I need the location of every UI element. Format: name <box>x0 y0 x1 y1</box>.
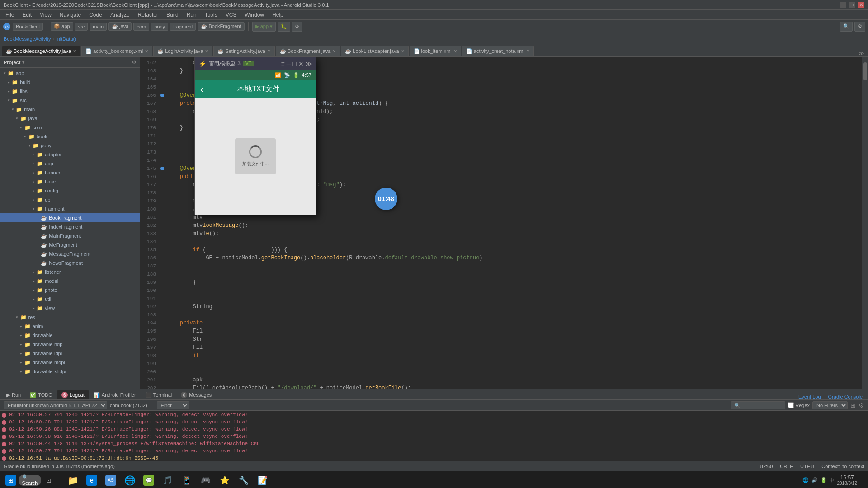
taskbar-wechat[interactable]: 💬 <box>140 472 158 488</box>
toolbar-bookclient[interactable]: BookClient <box>13 23 43 31</box>
taskbar-app-extra2[interactable]: 🎮 <box>197 472 215 488</box>
bottom-tab-todo[interactable]: ✅ TODO <box>25 390 57 399</box>
line-separator[interactable]: CRLF <box>780 464 793 469</box>
bottom-tab-messages[interactable]: 0 Messages <box>176 390 216 399</box>
emulator-more-button[interactable]: ≫ <box>306 60 312 67</box>
menu-run[interactable]: Run <box>183 11 200 19</box>
sidebar-item-build[interactable]: ▸📁build <box>0 78 140 87</box>
sidebar-item-java[interactable]: ▾📁java <box>0 114 140 123</box>
sidebar-item-fragment[interactable]: ▾📁fragment <box>0 204 140 213</box>
taskbar-search[interactable]: 🔍 Search <box>21 472 39 488</box>
device-selector[interactable]: Emulator unknown Android 5.1.1, API 22 <box>4 401 107 409</box>
sidebar-item-drawable-xhdpi[interactable]: ▸📁drawable-xhdpi <box>0 367 140 376</box>
toolbar-tag-fragment[interactable]: fragment <box>170 23 196 31</box>
menu-navigate[interactable]: Navigate <box>56 11 85 19</box>
tab-activitybooksmsg-close[interactable]: ✕ <box>145 49 148 54</box>
sidebar-item-app[interactable]: ▾📁app <box>0 69 140 78</box>
cursor-position[interactable]: 182:60 <box>758 464 773 469</box>
tab-looklistadapter-close[interactable]: ✕ <box>401 49 405 54</box>
filter-selector[interactable]: No Filters <box>812 401 848 409</box>
menu-edit[interactable]: Edit <box>19 11 35 19</box>
sidebar-item-main[interactable]: ▾📁main <box>0 105 140 114</box>
sidebar-item-base[interactable]: ▸📁base <box>0 177 140 186</box>
sidebar-item-photo[interactable]: ▸📁photo <box>0 286 140 295</box>
bottom-tab-logcat[interactable]: 6 Logcat <box>57 390 89 399</box>
scroll-thumb[interactable] <box>863 62 867 80</box>
tab-lookitem-close[interactable]: ✕ <box>453 49 457 54</box>
tab-bookmessage[interactable]: ☕ BookMessageActivity.java ✕ <box>2 46 80 56</box>
close-button[interactable]: ✕ <box>858 2 864 8</box>
emu-back-arrow[interactable]: ‹ <box>200 84 203 94</box>
bottom-tab-run[interactable]: ▶ Run <box>2 390 25 399</box>
menu-code[interactable]: Code <box>85 11 106 19</box>
menu-file[interactable]: File <box>2 11 18 19</box>
bottom-tab-terminal[interactable]: ⬛ Terminal <box>141 390 177 399</box>
search-everywhere-button[interactable]: 🔍 <box>840 22 853 32</box>
run-button[interactable]: ▶ app ▾ <box>252 22 276 32</box>
sidebar-item-app[interactable]: ▸📁app <box>0 159 140 168</box>
emulator-titlebar[interactable]: ⚡ 雷电模拟器 3 VT ≡ ─ □ ✕ ≫ <box>195 57 316 70</box>
menu-help[interactable]: Help <box>269 11 287 19</box>
sidebar-item-mainfragment[interactable]: ☕MainFragment <box>0 231 140 240</box>
tab-activitycreatnote[interactable]: 📄 activity_creat_note.xml ✕ <box>462 46 534 56</box>
tab-looklistadapter[interactable]: ☕ LookListAdapter.java ✕ <box>341 46 408 56</box>
tab-bookfragment[interactable]: ☕ BookFragment.java ✕ <box>276 46 340 56</box>
sync-button[interactable]: ⟳ <box>292 22 302 32</box>
sidebar-item-com[interactable]: ▾📁com <box>0 123 140 132</box>
breadcrumb-initdata[interactable]: initData() <box>56 36 76 42</box>
tab-activitycreatnote-close[interactable]: ✕ <box>526 49 530 54</box>
taskbar-music[interactable]: 🎵 <box>159 472 177 488</box>
log-level-selector[interactable]: Error Warning Info Debug Verbose <box>157 401 189 409</box>
debug-button[interactable]: 🐛 <box>278 22 290 32</box>
menu-tools[interactable]: Tools <box>201 11 221 19</box>
settings-button[interactable]: ⚙ <box>854 22 865 32</box>
encoding[interactable]: UTF-8 <box>800 464 814 469</box>
tab-bookmessage-close[interactable]: ✕ <box>73 49 76 54</box>
sidebar-item-view[interactable]: ▸📁view <box>0 304 140 313</box>
sidebar-item-src[interactable]: ▾📁src <box>0 96 140 105</box>
maximize-button[interactable]: □ <box>849 2 855 8</box>
sidebar-item-drawable-ldpi[interactable]: ▸📁drawable-ldpi <box>0 349 140 358</box>
sidebar-item-model[interactable]: ▸📁model <box>0 277 140 286</box>
tray-clock[interactable]: 16:57 2018/3/12 <box>837 474 858 486</box>
log-area[interactable]: 02-12 16:50.27 791 1340-1421/? E/Surface… <box>0 411 868 461</box>
sidebar-item-banner[interactable]: ▸📁banner <box>0 168 140 177</box>
tray-battery-icon[interactable]: 🔋 <box>821 477 827 483</box>
sidebar-item-newsfragment[interactable]: ☕NewsFragment <box>0 258 140 267</box>
sidebar-item-mefragment[interactable]: ☕MeFragment <box>0 240 140 249</box>
menu-analyze[interactable]: Analyze <box>107 11 133 19</box>
sidebar-item-bookfragment[interactable]: ☕BookFragment <box>0 213 140 222</box>
tray-speaker-icon[interactable]: 🔊 <box>811 477 818 483</box>
tab-right-arrow[interactable]: ≫ <box>857 50 866 56</box>
expand-icon[interactable]: ⊞ <box>850 402 856 409</box>
toolbar-tag-main[interactable]: main <box>90 23 107 31</box>
toolbar-tag-pony[interactable]: pony <box>151 23 168 31</box>
tab-setingactivity[interactable]: ☕ SetingActivity.java ✕ <box>213 46 275 56</box>
log-search-input[interactable] <box>731 401 785 409</box>
sidebar-item-libs[interactable]: ▸📁libs <box>0 87 140 96</box>
sidebar-item-config[interactable]: ▸📁config <box>0 186 140 195</box>
taskbar-taskview[interactable]: ⊡ <box>40 472 58 488</box>
tray-show-desktop[interactable] <box>860 474 863 487</box>
sidebar-item-indexfragment[interactable]: ☕IndexFragment <box>0 222 140 231</box>
sidebar-item-res[interactable]: ▾📁res <box>0 313 140 322</box>
emulator-menu-icon[interactable]: ≡ <box>281 60 284 67</box>
bottom-tab-profiler[interactable]: 📊 Android Profiler <box>89 390 141 399</box>
sidebar-item-db[interactable]: ▸📁db <box>0 195 140 204</box>
gradle-console-link[interactable]: Gradle Console <box>825 394 866 399</box>
toolbar-tag-bookfragment[interactable]: ☕ BookFragment <box>198 22 244 31</box>
tab-activitybooksmsg[interactable]: 📄 activity_booksmsg.xml ✕ <box>81 46 152 56</box>
tab-setingactivity-close[interactable]: ✕ <box>267 49 271 54</box>
sidebar-item-drawable-hdpi[interactable]: ▸📁drawable-hdpi <box>0 340 140 349</box>
taskbar-chrome[interactable]: 🌐 <box>121 472 139 488</box>
sidebar-item-pony[interactable]: ▾📁pony <box>0 141 140 150</box>
menu-view[interactable]: View <box>36 11 55 19</box>
toolbar-tag-app[interactable]: 📦 app <box>51 22 73 31</box>
taskbar-edge[interactable]: e <box>83 472 101 488</box>
regex-checkbox[interactable] <box>788 402 794 408</box>
tray-ime-icon[interactable]: 中 <box>830 477 835 483</box>
sidebar-item-listener[interactable]: ▸📁listener <box>0 267 140 277</box>
toolbar-tag-java[interactable]: ☕ java <box>108 22 132 31</box>
tray-network-icon[interactable]: 🌐 <box>802 477 809 483</box>
emulator-maxrestore-button[interactable]: □ <box>293 60 297 67</box>
